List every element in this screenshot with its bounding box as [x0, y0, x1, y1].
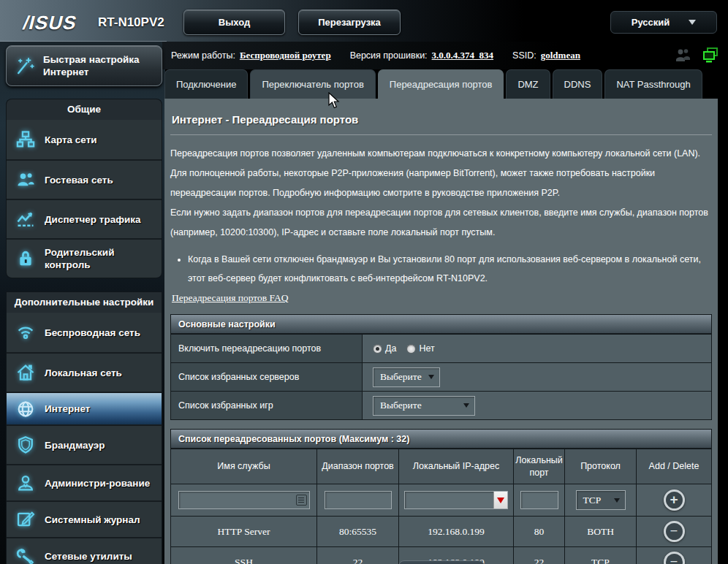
forwarded-ports-table: Список переадресованных портов (Максимум…	[170, 429, 712, 564]
sidebar-item-administration[interactable]: Администри-рование	[7, 464, 162, 500]
forwarded-ports-title: Список переадресованных портов (Максимум…	[171, 430, 711, 449]
service-name-input[interactable]	[178, 491, 310, 509]
cell-protocol: BOTH	[565, 517, 637, 546]
delete-row-button[interactable]: −	[664, 521, 685, 542]
logout-button[interactable]: Выход	[183, 9, 285, 35]
tab-ddns[interactable]: DDNS	[553, 69, 603, 99]
delete-row-button[interactable]: −	[664, 552, 685, 564]
firmware-label: Версия прошивки:	[350, 50, 428, 61]
clients-icon[interactable]	[674, 47, 691, 66]
tab-nat-passthrough[interactable]: NAT Passthrough	[604, 69, 702, 99]
firewall-icon	[15, 435, 45, 455]
famous-servers-label: Список избранных серверов	[171, 363, 363, 391]
port-range-input[interactable]	[325, 491, 392, 509]
language-select[interactable]: Русский	[610, 11, 717, 34]
sidebar-item-label: Беспроводная сеть	[45, 327, 156, 339]
enable-port-forwarding-label: Включить переадресацию портов	[171, 335, 363, 362]
ip-dropdown-icon[interactable]	[493, 492, 507, 508]
section-title-advanced: Дополнительные настройки	[6, 291, 162, 313]
main-content: Интернет - Переадресация портов Переадре…	[164, 99, 718, 564]
enable-no-radio[interactable]: Нет	[406, 343, 434, 354]
tab-bar: Подключение Переключатель портов Переадр…	[164, 69, 702, 99]
add-row-button[interactable]: +	[664, 489, 685, 511]
radio-checked-icon[interactable]	[373, 344, 382, 354]
tab-port-forwarding[interactable]: Переадресация портов	[378, 69, 504, 99]
magic-wand-icon	[14, 55, 43, 77]
basic-settings-title: Основные настройки	[171, 315, 711, 334]
protocol-select[interactable]: TCP	[576, 490, 626, 510]
note-item: Когда в Вашей сети отключен брандмауэр и…	[188, 250, 712, 288]
asus-logo: /ISUS	[20, 12, 80, 34]
tab-port-trigger[interactable]: Переключатель портов	[250, 69, 375, 99]
cell-port-range: 80:65535	[317, 517, 399, 546]
sidebar-item-system-log[interactable]: Системный журнал	[7, 500, 162, 537]
cell-protocol: TCP	[565, 547, 637, 564]
administration-icon	[15, 473, 45, 493]
internet-icon	[15, 399, 45, 419]
sidebar-item-label: Диспетчер трафика	[45, 213, 156, 226]
network-tools-icon	[15, 546, 45, 564]
protocol-value: TCP	[583, 495, 602, 506]
cell-local-port: 22	[514, 547, 565, 564]
famous-games-select[interactable]: Выберите	[373, 396, 475, 416]
parental-control-icon	[15, 248, 45, 269]
sidebar-item-traffic-manager[interactable]: Диспетчер трафика	[7, 199, 162, 238]
port-forwarding-faq-link[interactable]: Переадресация портов FAQ	[172, 292, 289, 304]
lan-icon	[15, 362, 45, 383]
col-port-range: Диапазон портов	[317, 449, 399, 484]
notes-list: Когда в Вашей сети отключен брандмауэр и…	[178, 250, 712, 288]
service-list-icon[interactable]	[296, 495, 307, 506]
chevron-down-icon	[689, 20, 696, 25]
tab-connection[interactable]: Подключение	[164, 69, 248, 99]
ssid-link[interactable]: goldmean	[541, 50, 580, 61]
radio-unchecked-icon[interactable]	[406, 344, 416, 354]
local-port-input[interactable]	[520, 491, 558, 509]
quick-setup-button[interactable]: Быстрая настройка Интернет	[6, 45, 162, 86]
firmware-link[interactable]: 3.0.0.4.374_834	[432, 50, 494, 61]
ssid-label: SSID:	[512, 50, 536, 61]
enable-yes-radio[interactable]: Да	[373, 343, 396, 354]
sidebar-item-label: Сетевые утилиты	[45, 550, 156, 563]
sidebar-item-network-tools[interactable]: Сетевые утилиты	[7, 537, 162, 564]
operation-mode-label: Режим работы:	[171, 50, 235, 61]
sidebar-item-network-map[interactable]: Карта сети	[7, 120, 162, 159]
local-ip-input[interactable]	[404, 491, 508, 509]
chevron-down-icon	[428, 375, 434, 379]
reboot-button[interactable]: Перезагрузка	[298, 9, 401, 35]
traffic-manager-icon	[15, 209, 45, 229]
sidebar-item-parental-control[interactable]: Родительский контроль	[7, 238, 162, 278]
router-admin-page: /ISUS RT-N10PV2 Выход Перезагрузка Русск…	[0, 0, 728, 564]
divider	[170, 134, 712, 135]
sidebar-item-label: Локальная сеть	[45, 367, 156, 379]
network-map-icon	[15, 129, 45, 150]
sidebar-item-internet[interactable]: Интернет	[7, 392, 162, 424]
cell-port-range: 22	[317, 547, 399, 564]
apply-button-partial[interactable]	[398, 560, 485, 564]
yes-label: Да	[385, 343, 396, 354]
operation-mode-link[interactable]: Беспроводной роутер	[240, 50, 331, 61]
description-paragraph-2: Если нужно задать диапазон портов для пе…	[170, 203, 712, 243]
page-title: Интернет - Переадресация портов	[172, 113, 712, 126]
cell-local-port: 80	[514, 517, 565, 546]
top-bar: /ISUS RT-N10PV2 Выход Перезагрузка Русск…	[0, 0, 728, 42]
sidebar-item-label: Брандмауэр	[45, 439, 156, 451]
sidebar-item-label: Карта сети	[45, 134, 156, 146]
wireless-icon	[15, 322, 45, 343]
menu-general: Карта сети Гостевая сеть	[6, 120, 162, 278]
col-service-name: Имя службы	[171, 449, 317, 484]
network-status-icon[interactable]	[702, 47, 719, 66]
chevron-down-icon	[463, 403, 469, 408]
sidebar-item-guest-network[interactable]: Гостевая сеть	[7, 159, 162, 199]
section-title-general: Общие	[6, 99, 162, 120]
sidebar: Быстрая настройка Интернет Общие Карта с…	[6, 45, 162, 564]
cell-local-ip: 192.168.0.199	[399, 517, 514, 546]
sidebar-item-firewall[interactable]: Брандмауэр	[7, 424, 162, 464]
info-bar: Режим работы: Беспроводной роутер Версия…	[162, 42, 728, 69]
sidebar-item-lan[interactable]: Локальная сеть	[7, 352, 162, 392]
famous-servers-select[interactable]: Выберите	[373, 367, 440, 387]
sidebar-item-wireless[interactable]: Беспроводная сеть	[7, 313, 162, 352]
tab-dmz[interactable]: DMZ	[506, 69, 550, 99]
system-log-icon	[15, 509, 45, 530]
quick-setup-label: Быстрая настройка Интернет	[43, 53, 157, 78]
description-paragraph-1: Переадресация портов позволяет удаленным…	[170, 144, 712, 203]
